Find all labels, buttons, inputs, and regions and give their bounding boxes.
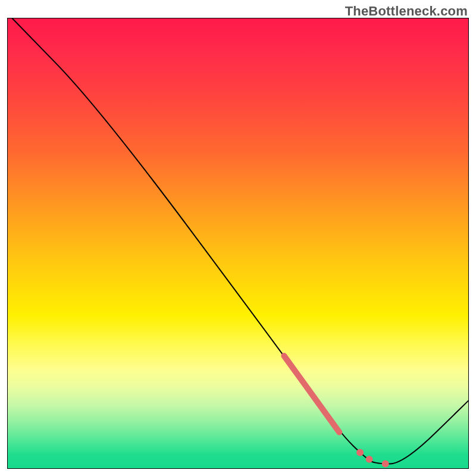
highlight-dot [366,456,373,463]
plot-area [7,18,469,469]
bottleneck-curve [12,18,468,464]
highlight-dots [356,449,389,468]
highlight-dot [356,449,364,456]
highlight-segment [284,356,339,433]
watermark-text: TheBottleneck.com [345,4,468,19]
chart-overlay [8,18,468,468]
chart-container: TheBottleneck.com [0,0,476,476]
highlight-dot [382,460,389,467]
